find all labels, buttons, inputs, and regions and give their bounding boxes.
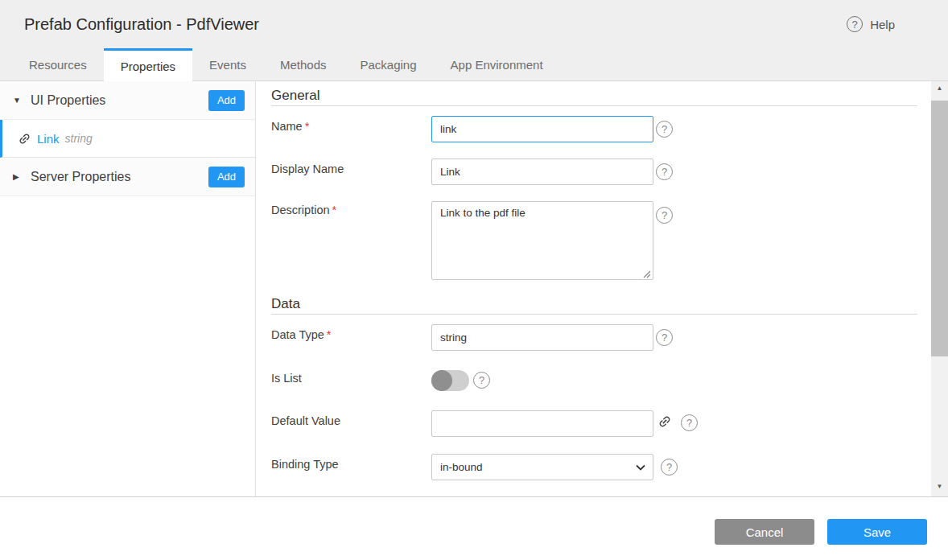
sidebar-group-ui-properties[interactable]: ▼ UI Properties Add	[0, 81, 255, 120]
name-help-icon[interactable]: ?	[656, 121, 673, 138]
sidebar-item-link[interactable]: Link string	[0, 120, 255, 158]
display-name-input[interactable]	[431, 159, 653, 185]
is-list-help-icon[interactable]: ?	[473, 372, 490, 389]
required-marker: *	[332, 204, 337, 216]
tab-events[interactable]: Events	[192, 48, 263, 80]
data-type-label: Data Type*	[271, 328, 332, 341]
label-text: Display Name	[271, 163, 344, 175]
sidebar-group-server-properties[interactable]: ▶ Server Properties Add	[0, 158, 255, 196]
binding-type-select[interactable]: in-bound	[431, 454, 653, 480]
label-text: Name	[271, 120, 303, 133]
property-item-type: string	[65, 132, 93, 145]
label-text: Data Type	[271, 328, 324, 341]
scrollbar-thumb[interactable]	[931, 101, 948, 356]
tab-methods[interactable]: Methods	[263, 48, 344, 80]
is-list-toggle[interactable]	[431, 370, 469, 391]
data-type-help-icon[interactable]: ?	[656, 329, 673, 346]
caret-right-icon[interactable]: ▶	[13, 172, 31, 181]
default-value-label: Default Value	[271, 414, 340, 427]
add-server-property-button[interactable]: Add	[208, 167, 245, 187]
description-textarea[interactable]: Link to the pdf file	[431, 201, 653, 280]
tab-bar: Resources Properties Events Methods Pack…	[0, 48, 948, 81]
scroll-down-icon[interactable]: ▼	[931, 480, 948, 493]
property-item-name: Link	[37, 132, 60, 146]
display-name-label: Display Name	[271, 163, 344, 175]
default-value-help-icon[interactable]: ?	[681, 414, 698, 431]
label-text: Default Value	[271, 414, 340, 427]
selected-option: in-bound	[440, 461, 483, 473]
tab-app-environment[interactable]: App Environment	[434, 48, 560, 80]
add-ui-property-button[interactable]: Add	[208, 90, 245, 111]
help-icon: ?	[847, 16, 863, 32]
description-help-icon[interactable]: ?	[656, 207, 673, 224]
save-button[interactable]: Save	[827, 519, 927, 545]
name-label: Name*	[271, 120, 309, 133]
section-heading-data: Data	[271, 296, 917, 315]
properties-sidebar: ▼ UI Properties Add Link string ▶ Server…	[0, 81, 256, 496]
label-text: Description	[271, 204, 330, 216]
required-marker: *	[305, 120, 310, 133]
chevron-down-icon	[635, 462, 646, 473]
page-title: Prefab Configuration - PdfViewer	[24, 15, 259, 34]
dialog-footer: Cancel Save	[0, 496, 948, 560]
link-icon	[14, 129, 34, 148]
help-label: Help	[870, 18, 895, 31]
required-marker: *	[327, 328, 332, 341]
label-text: Binding Type	[271, 458, 339, 471]
caret-down-icon[interactable]: ▼	[13, 96, 31, 105]
label-text: Is List	[271, 372, 302, 385]
dialog-header: Prefab Configuration - PdfViewer ? Help	[0, 0, 948, 48]
vertical-scrollbar[interactable]: ▲ ▼	[931, 81, 948, 496]
data-type-input[interactable]	[431, 324, 653, 351]
resize-grip-icon[interactable]	[641, 269, 651, 278]
cancel-button[interactable]: Cancel	[715, 519, 814, 545]
tab-content: ▼ UI Properties Add Link string ▶ Server…	[0, 81, 948, 496]
bind-link-icon[interactable]	[654, 411, 674, 431]
section-heading-general: General	[271, 88, 917, 106]
prefab-configuration-dialog: Prefab Configuration - PdfViewer ? Help …	[0, 0, 948, 560]
tab-packaging[interactable]: Packaging	[343, 48, 433, 80]
tab-resources[interactable]: Resources	[12, 48, 104, 80]
is-list-label: Is List	[271, 372, 302, 385]
tab-properties[interactable]: Properties	[104, 48, 192, 81]
binding-type-help-icon[interactable]: ?	[661, 459, 678, 476]
help-button[interactable]: ? Help	[847, 16, 895, 32]
display-name-help-icon[interactable]: ?	[656, 163, 673, 180]
binding-type-label: Binding Type	[271, 458, 339, 471]
group-label: UI Properties	[31, 93, 208, 108]
default-value-input[interactable]	[431, 410, 653, 437]
toggle-knob	[431, 370, 452, 391]
name-input[interactable]	[431, 116, 653, 142]
group-label: Server Properties	[31, 170, 208, 184]
description-label: Description*	[271, 204, 336, 216]
scroll-up-icon[interactable]: ▲	[931, 81, 948, 95]
property-form: General Name* ? Display Name ? Descripti…	[256, 81, 931, 496]
